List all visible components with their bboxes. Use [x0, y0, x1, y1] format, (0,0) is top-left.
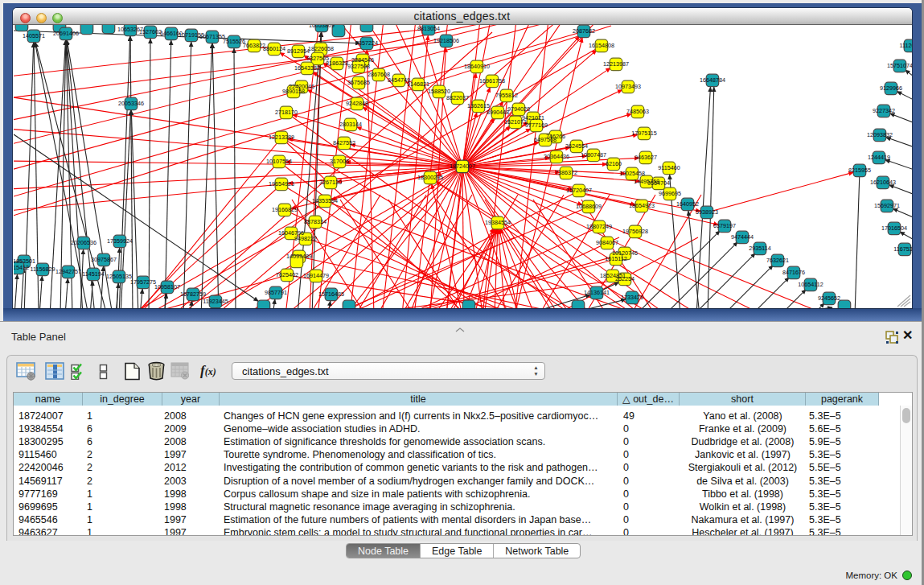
svg-text:7386372: 7386372	[555, 169, 577, 176]
svg-text:10973493: 10973493	[615, 83, 641, 90]
svg-text:17957275: 17957275	[130, 278, 156, 286]
svg-text:18640910: 18640910	[464, 63, 490, 70]
svg-text:2867608: 2867608	[368, 71, 390, 78]
svg-text:16782759: 16782759	[180, 290, 206, 298]
svg-text:17359924: 17359924	[107, 237, 133, 245]
svg-text:9498222: 9498222	[294, 235, 317, 242]
svg-text:12213987: 12213987	[603, 60, 629, 68]
svg-text:8215955: 8215955	[848, 167, 871, 174]
svg-text:8878334: 8878334	[304, 218, 326, 225]
svg-text:9474444: 9474444	[731, 233, 754, 241]
svg-text:20691406: 20691406	[53, 30, 79, 37]
svg-text:6497568: 6497568	[534, 136, 556, 143]
svg-text:17016504: 17016504	[881, 225, 907, 232]
svg-text:20053346: 20053346	[118, 100, 144, 107]
svg-text:12505135: 12505135	[106, 273, 132, 280]
svg-text:10107554: 10107554	[266, 158, 292, 165]
svg-text:10025458: 10025458	[619, 170, 645, 177]
svg-text:9129966: 9129966	[880, 84, 902, 92]
svg-text:1640952: 1640952	[676, 200, 699, 208]
svg-text:19384554: 19384554	[485, 219, 511, 226]
svg-text:18654923: 18654923	[629, 202, 655, 209]
svg-text:3267130: 3267130	[319, 179, 342, 186]
svg-text:9777169: 9777169	[525, 122, 548, 129]
svg-text:9554704: 9554704	[647, 179, 670, 187]
svg-text:2935114: 2935114	[749, 245, 770, 252]
svg-text:7663822: 7663822	[243, 42, 265, 49]
svg-text:16914479: 16914479	[303, 272, 329, 279]
svg-text:9699695: 9699695	[659, 190, 681, 197]
svg-text:317006: 317006	[330, 158, 349, 165]
svg-text:18807249: 18807249	[586, 223, 612, 230]
svg-text:11156829: 11156829	[31, 266, 55, 273]
svg-text:20364436: 20364436	[544, 153, 569, 160]
svg-text:10958107: 10958107	[154, 283, 180, 290]
svg-text:3624554: 3624554	[565, 142, 588, 150]
svg-text:7357224: 7357224	[355, 39, 378, 47]
svg-text:8912954: 8912954	[287, 47, 310, 55]
svg-text:8822037: 8822037	[446, 94, 469, 101]
svg-text:2087682: 2087682	[573, 27, 595, 35]
svg-text:8813054: 8813054	[417, 25, 440, 32]
svg-text:12213389: 12213389	[269, 134, 294, 141]
svg-text:9463627: 9463627	[634, 154, 657, 161]
svg-text:12942757: 12942757	[55, 268, 81, 275]
svg-text:14136141: 14136141	[584, 289, 610, 296]
svg-text:7485063: 7485063	[626, 108, 649, 115]
svg-text:1733426: 1733426	[621, 294, 643, 301]
svg-text:12093832: 12093832	[867, 131, 893, 138]
svg-text:19654923: 19654923	[269, 180, 294, 187]
svg-text:7625402: 7625402	[276, 271, 298, 278]
svg-text:18724007: 18724007	[450, 163, 475, 170]
svg-text:18226058: 18226058	[308, 45, 334, 52]
svg-text:15751074: 15751074	[887, 62, 912, 69]
svg-text:14353594: 14353594	[312, 197, 338, 204]
svg-text:8990448: 8990448	[487, 109, 509, 116]
svg-text:19756928: 19756928	[622, 228, 648, 235]
svg-text:19166829: 19166829	[272, 206, 298, 213]
svg-text:17975115: 17975115	[631, 130, 656, 137]
svg-text:1244419: 1244419	[868, 154, 890, 161]
svg-text:2718170: 2718170	[275, 109, 298, 116]
svg-text:1167533: 1167533	[893, 245, 912, 253]
svg-text:16210643: 16210643	[870, 179, 896, 186]
svg-text:16648784: 16648784	[700, 76, 725, 84]
svg-text:7515526: 7515526	[223, 38, 245, 45]
svg-text:19218506: 19218506	[433, 37, 459, 44]
svg-text:30975867: 30975867	[91, 256, 117, 263]
svg-text:7955812: 7955812	[495, 92, 518, 99]
svg-text:6379197: 6379197	[713, 222, 736, 229]
svg-text:1621071: 1621071	[504, 118, 527, 126]
svg-text:252254: 252254	[615, 275, 634, 282]
svg-text:9794028: 9794028	[507, 105, 530, 113]
svg-text:9890158: 9890158	[282, 88, 305, 95]
svg-text:2803144: 2803144	[339, 121, 362, 128]
svg-text:9084067: 9084067	[596, 239, 618, 246]
svg-text:20206536: 20206536	[71, 239, 97, 246]
svg-text:10671355: 10671355	[199, 33, 225, 40]
svg-text:9327508: 9327508	[347, 63, 370, 70]
svg-text:9227342: 9227342	[873, 107, 895, 114]
svg-text:14099489: 14099489	[286, 253, 312, 260]
svg-text:16961758: 16961758	[479, 77, 505, 84]
svg-text:1527602: 1527602	[139, 28, 162, 35]
svg-text:8860124: 8860124	[263, 45, 285, 52]
svg-text:1615112: 1615112	[605, 255, 626, 262]
svg-text:62160: 62160	[606, 160, 622, 167]
svg-text:9245652: 9245652	[818, 295, 840, 302]
svg-text:16053809: 16053809	[309, 25, 335, 29]
svg-text:9115460: 9115460	[658, 164, 680, 171]
svg-text:8186328: 8186328	[326, 60, 348, 67]
svg-text:1405571: 1405571	[23, 32, 45, 39]
svg-text:9146821: 9146821	[407, 80, 429, 88]
svg-text:10654112: 10654112	[798, 281, 823, 288]
svg-text:16154808: 16154808	[589, 42, 614, 49]
svg-text:7632621: 7632621	[766, 257, 789, 264]
svg-text:18300295: 18300295	[417, 174, 443, 181]
svg-text:9242848: 9242848	[346, 100, 368, 107]
svg-text:8471676: 8471676	[782, 269, 805, 276]
svg-text:10688609: 10688609	[576, 203, 602, 210]
svg-text:5938923: 5938923	[696, 208, 718, 216]
svg-text:9857791: 9857791	[265, 289, 287, 296]
svg-text:15720407: 15720407	[566, 187, 592, 194]
